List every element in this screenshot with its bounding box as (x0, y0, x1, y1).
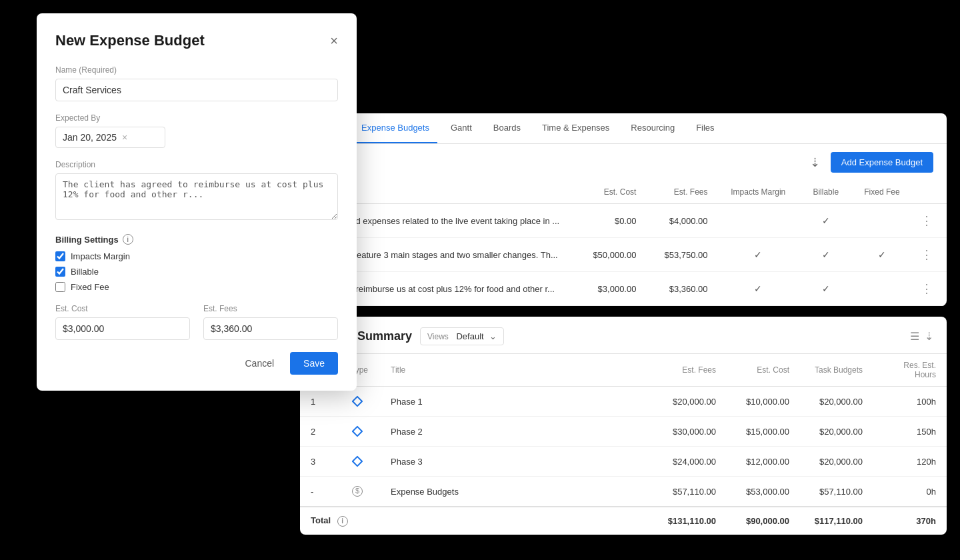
summary-type (340, 417, 380, 447)
summary-res-est-hours: 100h (873, 387, 947, 417)
row-impacts-margin: ✓ (716, 238, 801, 272)
col-billable: Billable (801, 181, 851, 204)
checkmark-icon: ✓ (822, 215, 830, 226)
new-expense-budget-modal: New Expense Budget × Name (Required) Exp… (37, 13, 357, 391)
summary-wbs: 1 (300, 387, 340, 417)
more-options-icon[interactable]: ⋮ (921, 282, 933, 295)
row-est-fees: $4,000.00 (644, 204, 715, 238)
est-fees-label: Est. Fees (203, 304, 338, 313)
row-fixed-fee: ✓ (851, 238, 913, 272)
project-summary-panel: Project Summary Views Default ⌄ ☰ ⇣ WBS … (300, 317, 947, 535)
billable-checkbox[interactable] (55, 267, 65, 277)
total-est-fees: $131,110.00 (653, 507, 727, 535)
row-menu[interactable]: ⋮ (913, 238, 947, 272)
row-fixed-fee (851, 204, 913, 238)
summary-table: WBS Type Title Est. Fees Est. Cost Task … (300, 354, 947, 535)
summary-task-budgets: $20,000.00 (800, 417, 873, 447)
summary-est-cost: $53,000.00 (727, 477, 800, 507)
billing-info-icon[interactable]: i (123, 234, 133, 245)
summary-title-cell: Expense Budgets (380, 477, 653, 507)
total-res-est-hours: 370h (873, 507, 947, 535)
checkmark-icon: ✓ (822, 249, 830, 260)
fixed-fee-checkbox[interactable] (55, 282, 65, 292)
summary-wbs: 2 (300, 417, 340, 447)
billing-settings-title: Billing Settings i (55, 234, 338, 245)
date-clear-icon[interactable]: × (122, 132, 127, 143)
row-billable: ✓ (801, 272, 851, 306)
summary-task-budgets: $20,000.00 (800, 447, 873, 477)
summary-task-budgets: $20,000.00 (800, 387, 873, 417)
summary-download-button[interactable]: ⇣ (925, 330, 933, 343)
checkmark-icon: ✓ (754, 249, 762, 260)
row-menu[interactable]: ⋮ (913, 272, 947, 306)
row-est-cost: $0.00 (573, 204, 644, 238)
modal-title: New Expense Budget (55, 32, 205, 49)
row-est-fees: $3,360.00 (644, 272, 715, 306)
row-billable: ✓ (801, 204, 851, 238)
total-label: Total i (300, 507, 653, 535)
summary-est-fees: $30,000.00 (653, 417, 727, 447)
description-textarea[interactable] (55, 173, 338, 220)
checkmark-icon: ✓ (878, 249, 886, 260)
summary-title-cell: Phase 2 (380, 417, 653, 447)
total-info-icon[interactable]: i (337, 516, 348, 527)
add-expense-budget-button[interactable]: Add Expense Budget (831, 152, 933, 173)
impacts-margin-checkbox-item: Impacts Margin (55, 251, 338, 261)
tab-resourcing[interactable]: Resourcing (623, 113, 683, 143)
row-billable: ✓ (801, 238, 851, 272)
billable-checkbox-item: Billable (55, 267, 338, 277)
list-view-button[interactable]: ☰ (910, 330, 919, 343)
billable-label: Billable (71, 267, 99, 277)
summary-res-est-hours: 120h (873, 447, 947, 477)
summary-est-cost: $15,000.00 (727, 417, 800, 447)
summary-row: - $ Expense Budgets $57,110.00 $53,000.0… (300, 477, 947, 507)
col-est-cost: Est. Cost (573, 181, 644, 204)
summary-est-fees: $24,000.00 (653, 447, 727, 477)
name-label: Name (Required) (55, 65, 338, 75)
download-button[interactable]: ⇣ (807, 153, 823, 173)
views-dropdown[interactable]: Views Default ⌄ (420, 327, 504, 345)
row-menu[interactable]: ⋮ (913, 204, 947, 238)
est-fees-input[interactable] (203, 317, 338, 340)
row-fixed-fee (851, 272, 913, 306)
est-cost-label: Est. Cost (55, 304, 190, 313)
summary-row: 2 Phase 2 $30,000.00 $15,000.00 $20,000.… (300, 417, 947, 447)
fixed-fee-checkbox-item: Fixed Fee (55, 282, 338, 292)
save-button[interactable]: Save (290, 352, 338, 375)
est-cost-input[interactable] (55, 317, 190, 340)
chevron-down-icon: ⌄ (489, 331, 497, 341)
more-options-icon[interactable]: ⋮ (921, 214, 933, 227)
col-actions (913, 181, 947, 204)
views-label: Views (427, 332, 449, 341)
tab-expense-budgets[interactable]: Expense Budgets (353, 113, 437, 143)
row-impacts-margin (716, 204, 801, 238)
name-input[interactable] (55, 79, 338, 101)
tab-boards[interactable]: Boards (485, 113, 529, 143)
description-label: Description (55, 160, 338, 169)
summary-est-fees: $20,000.00 (653, 387, 727, 417)
summary-est-cost: $12,000.00 (727, 447, 800, 477)
summary-wbs: 3 (300, 447, 340, 477)
description-group: Description (55, 160, 338, 222)
tab-gantt[interactable]: Gantt (443, 113, 480, 143)
date-picker[interactable]: Jan 20, 2025 × (55, 127, 165, 148)
modal-header: New Expense Budget × (55, 32, 338, 49)
tab-files[interactable]: Files (688, 113, 722, 143)
cancel-button[interactable]: Cancel (237, 353, 282, 374)
summary-task-budgets: $57,110.00 (800, 477, 873, 507)
impacts-margin-label: Impacts Margin (71, 251, 130, 261)
impacts-margin-checkbox[interactable] (55, 251, 65, 261)
checkmark-icon: ✓ (822, 283, 830, 294)
summary-col-est-cost: Est. Cost (727, 354, 800, 387)
tab-time-expenses[interactable]: Time & Expenses (534, 113, 617, 143)
summary-type: $ (340, 477, 380, 507)
modal-close-button[interactable]: × (330, 34, 338, 47)
more-options-icon[interactable]: ⋮ (921, 248, 933, 261)
summary-res-est-hours: 0h (873, 477, 947, 507)
expected-by-label: Expected By (55, 113, 338, 123)
row-est-cost: $3,000.00 (573, 272, 644, 306)
fixed-fee-label: Fixed Fee (71, 282, 109, 292)
col-fixed-fee: Fixed Fee (851, 181, 913, 204)
checkmark-icon: ✓ (754, 283, 762, 294)
summary-toolbar: ☰ ⇣ (910, 330, 933, 343)
